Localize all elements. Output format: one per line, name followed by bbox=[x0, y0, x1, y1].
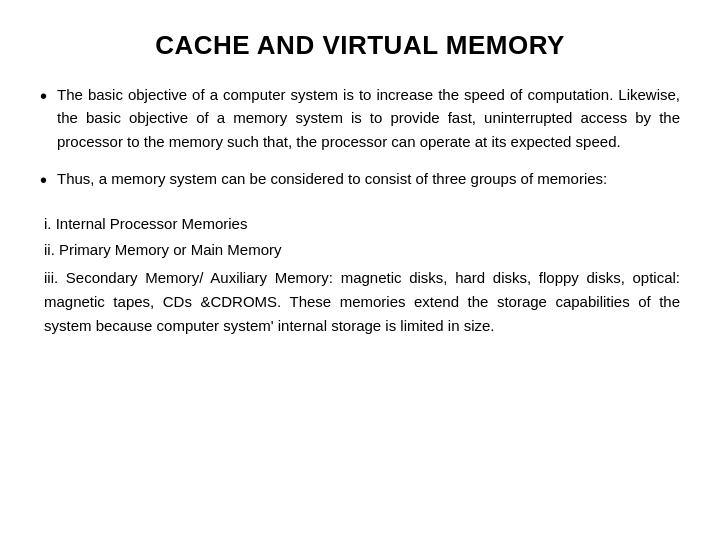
bullet-text-2: Thus, a memory system can be considered … bbox=[57, 167, 680, 190]
memory-group-item-1: i. Internal Processor Memories bbox=[44, 212, 680, 236]
bullet-dot-1: • bbox=[40, 81, 47, 112]
bullet-dot-2: • bbox=[40, 165, 47, 196]
memory-group-item-3: iii. Secondary Memory/ Auxiliary Memory:… bbox=[44, 266, 680, 338]
bullet-item-1: • The basic objective of a computer syst… bbox=[40, 83, 680, 153]
memory-group-item-2: ii. Primary Memory or Main Memory bbox=[44, 238, 680, 262]
bullet-list: • The basic objective of a computer syst… bbox=[40, 83, 680, 196]
memory-groups: i. Internal Processor Memories ii. Prima… bbox=[40, 212, 680, 338]
slide: CACHE AND VIRTUAL MEMORY • The basic obj… bbox=[0, 0, 720, 540]
bullet-text-1: The basic objective of a computer system… bbox=[57, 83, 680, 153]
bullet-item-2: • Thus, a memory system can be considere… bbox=[40, 167, 680, 196]
slide-title: CACHE AND VIRTUAL MEMORY bbox=[40, 30, 680, 61]
